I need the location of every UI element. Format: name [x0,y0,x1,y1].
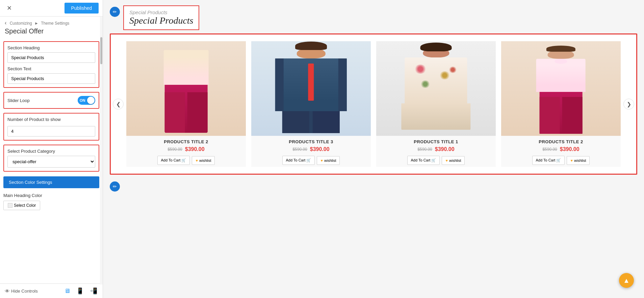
section-title-box: Special Products Special Products [123,5,199,30]
scrollbar-thumb [100,37,102,64]
slider-loop-toggle[interactable]: ON [78,96,95,105]
product-category-group: Select Product Category special-offer ne… [3,145,99,172]
add-to-cart-button[interactable]: Add To Cart 🛒 [282,156,315,165]
num-products-input[interactable] [7,126,95,136]
wishlist-button[interactable]: ♥ wishlist [567,156,590,165]
price-original: $590.00 [292,147,307,152]
toggle-on-label: ON [80,98,85,102]
product-image [251,41,371,136]
num-products-group: Number of Product to show ➜ [3,113,99,141]
breadcrumb: ‹ Customizing ► Theme Settings [0,17,103,27]
fashion-figure-4 [528,49,594,136]
add-to-cart-button[interactable]: Add To Cart 🛒 [407,156,440,165]
pencil-circle-icon[interactable]: ✏ [110,7,120,17]
wishlist-button[interactable]: ♥ wishlist [317,156,340,165]
product-card: PRODUCTS TITLE 3 $590.00 $390.00 Add To … [251,41,371,167]
product-category-label: Select Product Category [7,149,95,154]
select-color-label: Select Color [14,203,36,208]
product-image [376,41,496,136]
carousel-next-button[interactable]: ❯ [623,99,634,109]
product-card: PRODUCTS TITLE 2 $590.00 $390.00 Add To … [126,41,246,167]
next-icon: ❯ [627,101,631,107]
color-swatch [8,203,12,208]
price-sale: $390.00 [185,146,205,152]
top-bar: ✕ Published [0,0,103,17]
price-sale: $390.00 [560,146,579,152]
product-title: PRODUCTS TITLE 3 [253,139,369,144]
product-actions: Add To Cart 🛒 ♥ wishlist [378,156,494,165]
product-prices: $590.00 $390.00 [253,146,369,152]
page-title: Special Offer [0,27,103,39]
eye-icon: 👁 [5,288,10,294]
main-heading-color-section: Main Heading Color Select Color [3,193,99,210]
product-title: PRODUCTS TITLE 2 [503,139,619,144]
heart-icon: ♥ [445,158,448,163]
sidebar-content: Section Heading Section Text Slider Loop… [0,39,103,283]
slider-loop-label: Slider Loop [7,98,30,103]
add-to-cart-button[interactable]: Add To Cart 🛒 [157,156,190,165]
prev-icon: ❮ [116,101,121,107]
scroll-up-button[interactable]: ▲ [619,273,634,288]
section-text-label: Section Text [7,66,95,71]
bottom-bar: 👁 Hide Controls 🖥 📱 📲 [0,283,103,298]
fashion-figure-2 [275,48,347,136]
tablet-icon[interactable]: 📱 [76,287,84,295]
mobile-icon[interactable]: 📲 [89,287,98,295]
preview-header: ✏ Special Products Special Products [110,5,637,30]
wishlist-button[interactable]: ♥ wishlist [442,156,465,165]
heart-icon: ♥ [570,158,573,163]
product-info: PRODUCTS TITLE 3 $590.00 $390.00 Add To … [251,136,371,167]
bottom-pencil-area: ✏ [110,180,637,192]
toggle-track[interactable]: ON [78,96,95,105]
product-card: PRODUCTS TITLE 2 $590.00 $390.00 Add To … [501,41,621,167]
desktop-icon[interactable]: 🖥 [63,287,71,295]
price-original: $590.00 [417,147,432,152]
price-original: $590.00 [168,147,182,152]
published-button[interactable]: Published [65,3,99,14]
close-button[interactable]: ✕ [4,3,15,13]
product-category-select[interactable]: special-offer new-arrivals featured sale [7,156,95,168]
price-sale: $390.00 [310,146,330,152]
product-info: PRODUCTS TITLE 2 $590.00 $390.00 Add To … [126,136,246,167]
toggle-knob [87,97,95,104]
section-heading-group: Section Heading Section Text [3,41,99,88]
heart-icon: ♥ [196,158,198,163]
section-color-settings-button[interactable]: Section Color Settings [3,176,99,188]
preview-area: ✏ Special Products Special Products ❮ [103,0,644,298]
wishlist-button[interactable]: ♥ wishlist [192,156,215,165]
product-prices: $590.00 $390.00 [128,146,244,152]
products-section: ❮ [110,33,637,175]
scroll-up-icon: ▲ [623,277,630,284]
section-heading-input[interactable] [7,52,95,63]
product-card: PRODUCTS TITLE 1 $590.00 $390.00 Add To … [376,41,496,167]
bottom-pencil-icon: ✏ [113,184,117,189]
num-products-label: Number of Product to show [7,117,95,122]
fashion-figure-1 [153,49,219,136]
product-image [126,41,246,136]
section-text-input[interactable] [7,73,95,84]
product-info: PRODUCTS TITLE 2 $590.00 $390.00 Add To … [501,136,621,167]
sidebar: ✕ Published ‹ Customizing ► Theme Settin… [0,0,103,298]
device-icons: 🖥 📱 📲 [63,287,98,295]
pencil-icon: ✏ [113,9,117,15]
carousel-prev-button[interactable]: ❮ [113,99,124,109]
section-subtitle: Special Products [129,9,193,15]
back-arrow-button[interactable]: ‹ [5,20,6,26]
slider-loop-group: Slider Loop ON [3,92,99,109]
section-main-title: Special Products [129,15,193,26]
heart-icon: ♥ [320,158,323,163]
hide-controls-button[interactable]: 👁 Hide Controls [5,288,38,294]
add-to-cart-button[interactable]: Add To Cart 🛒 [532,156,565,165]
product-info: PRODUCTS TITLE 1 $590.00 $390.00 Add To … [376,136,496,167]
product-actions: Add To Cart 🛒 ♥ wishlist [128,156,244,165]
select-color-button[interactable]: Select Color [3,201,40,210]
product-title: PRODUCTS TITLE 1 [378,139,494,144]
fashion-figure-3 [401,48,470,136]
price-sale: $390.00 [435,146,455,152]
main-heading-color-label: Main Heading Color [3,193,99,198]
price-original: $590.00 [542,147,557,152]
product-actions: Add To Cart 🛒 ♥ wishlist [253,156,369,165]
product-actions: Add To Cart 🛒 ♥ wishlist [503,156,619,165]
bottom-pencil-circle[interactable]: ✏ [110,181,120,192]
sidebar-scrollbar[interactable] [100,17,103,284]
